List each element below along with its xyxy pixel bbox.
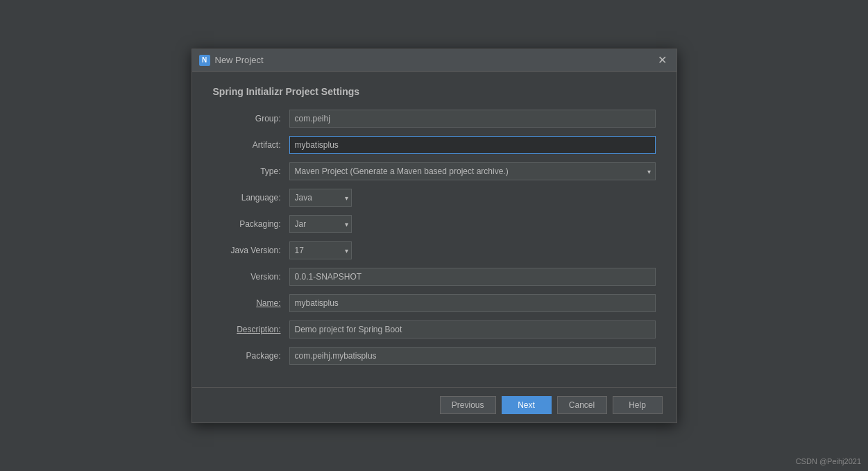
section-title: Spring Initializr Project Settings (213, 86, 656, 97)
language-select-wrapper: Java Kotlin Groovy (289, 189, 352, 207)
version-label: Version: (213, 272, 289, 282)
dialog-footer: Previous Next Cancel Help (192, 387, 676, 422)
type-select[interactable]: Maven Project (Generate a Maven based pr… (289, 162, 656, 180)
package-input[interactable] (289, 347, 656, 365)
description-row: Description: (213, 320, 656, 339)
type-select-wrapper: Maven Project (Generate a Maven based pr… (289, 162, 656, 180)
name-input[interactable] (289, 294, 656, 312)
java-version-row: Java Version: 8 11 17 21 (213, 241, 656, 259)
package-row: Package: (213, 347, 656, 365)
version-row: Version: (213, 268, 656, 286)
dialog-title: New Project (215, 55, 264, 65)
java-version-select[interactable]: 8 11 17 21 (289, 241, 352, 259)
group-label: Group: (213, 114, 289, 123)
close-button[interactable]: ✕ (655, 53, 670, 67)
group-input[interactable] (289, 110, 656, 128)
version-input[interactable] (289, 268, 656, 286)
name-label: Name: (213, 298, 289, 308)
watermark: CSDN @Peihj2021 (796, 457, 861, 465)
packaging-row: Packaging: Jar War (213, 215, 656, 233)
language-label: Language: (213, 193, 289, 203)
new-project-dialog: N New Project ✕ Spring Initializr Projec… (192, 49, 677, 423)
title-bar: N New Project ✕ (192, 49, 676, 72)
java-version-label: Java Version: (213, 246, 289, 255)
packaging-label: Packaging: (213, 219, 289, 229)
name-row: Name: (213, 294, 656, 312)
language-select[interactable]: Java Kotlin Groovy (289, 189, 352, 207)
previous-button[interactable]: Previous (440, 396, 496, 414)
package-label: Package: (213, 351, 289, 361)
packaging-select[interactable]: Jar War (289, 215, 352, 233)
type-row: Type: Maven Project (Generate a Maven ba… (213, 162, 656, 180)
description-input[interactable] (289, 320, 656, 339)
type-label: Type: (213, 166, 289, 176)
artifact-row: Artifact: (213, 136, 656, 154)
next-button[interactable]: Next (502, 396, 552, 414)
artifact-input[interactable] (289, 136, 656, 154)
title-bar-left: N New Project (199, 55, 264, 66)
cancel-button[interactable]: Cancel (557, 396, 607, 414)
help-button[interactable]: Help (613, 396, 663, 414)
group-row: Group: (213, 110, 656, 128)
app-icon: N (199, 55, 210, 66)
language-row: Language: Java Kotlin Groovy (213, 189, 656, 207)
java-version-select-wrapper: 8 11 17 21 (289, 241, 352, 259)
packaging-select-wrapper: Jar War (289, 215, 352, 233)
artifact-label: Artifact: (213, 140, 289, 150)
description-label: Description: (213, 325, 289, 334)
dialog-content: Spring Initializr Project Settings Group… (192, 72, 676, 387)
